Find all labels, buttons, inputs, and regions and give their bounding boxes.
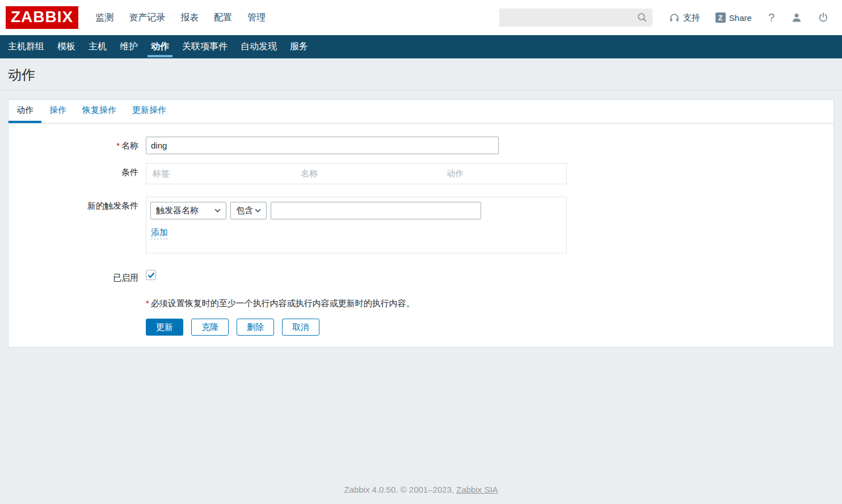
subnav-item-templates[interactable]: 模板 (57, 35, 75, 58)
app-root: ZABBIX 监测 资产记录 报表 配置 管理 支持 (0, 0, 842, 348)
condition-type-value: 触发器名称 (156, 205, 199, 216)
page-title: 动作 (8, 66, 842, 84)
tab-recovery-operations[interactable]: 恢复操作 (74, 100, 124, 123)
headset-icon (669, 12, 680, 23)
tab-action[interactable]: 动作 (9, 100, 41, 123)
zabbix-logo[interactable]: ZABBIX (6, 6, 78, 29)
conditions-table-header: 标签 名称 动作 (146, 164, 566, 184)
subnav-item-hosts[interactable]: 主机 (89, 35, 107, 58)
tab-update-operations[interactable]: 更新操作 (124, 100, 174, 123)
main-menu: 监测 资产记录 报表 配置 管理 (95, 12, 266, 24)
menu-item-reports[interactable]: 报表 (180, 12, 199, 24)
support-link[interactable]: 支持 (669, 12, 700, 23)
chevron-down-icon (255, 209, 261, 213)
condition-value-input[interactable] (271, 202, 481, 219)
delete-button[interactable]: 删除 (237, 319, 274, 336)
checkmark-icon (148, 272, 155, 278)
subnav-item-actions[interactable]: 动作 (151, 35, 169, 58)
condition-operator-select[interactable]: 包含 (230, 202, 267, 219)
conditions-label: 条件 (9, 163, 138, 178)
required-note: *必须设置恢复时的至少一个执行内容或执行内容或更新时的执行内容。 (146, 298, 415, 309)
header-right: 支持 Z Share ? (499, 9, 829, 27)
conditions-table: 标签 名称 动作 (146, 163, 567, 184)
subnav-item-maintenance[interactable]: 维护 (120, 35, 138, 58)
required-note-row: *必须设置恢复时的至少一个执行内容或执行内容或更新时的执行内容。 (9, 298, 833, 309)
clone-button[interactable]: 克隆 (191, 319, 229, 336)
conditions-row: 条件 标签 名称 动作 (9, 163, 833, 184)
subnav-item-event-correlation[interactable]: 关联项事件 (182, 35, 228, 58)
name-row: *名称 (9, 137, 833, 154)
enabled-row: 已启用 (9, 269, 833, 283)
action-form: *名称 条件 标签 名称 动作 新的触发条件 (9, 124, 833, 347)
new-condition-row: 新的触发条件 触发器名称 包含 添加 (9, 197, 833, 253)
help-link[interactable]: ? (767, 11, 776, 24)
name-label: *名称 (9, 137, 138, 151)
profile-link[interactable] (791, 12, 802, 23)
cancel-button[interactable]: 取消 (282, 319, 319, 336)
menu-item-monitoring[interactable]: 监测 (95, 12, 113, 24)
power-icon (818, 12, 829, 23)
footer-zabbix-sia-link[interactable]: Zabbix SIA (456, 485, 498, 494)
search-input[interactable] (499, 9, 652, 27)
menu-item-inventory[interactable]: 资产记录 (129, 12, 165, 24)
search-box (499, 9, 652, 27)
menu-item-administration[interactable]: 管理 (247, 12, 266, 24)
condition-type-select[interactable]: 触发器名称 (150, 202, 226, 219)
update-button[interactable]: 更新 (146, 319, 183, 336)
action-form-card: 动作 操作 恢复操作 更新操作 *名称 条件 标签 名称 动作 (8, 99, 834, 348)
header: ZABBIX 监测 资产记录 报表 配置 管理 支持 (0, 0, 842, 35)
condition-operator-value: 包含 (236, 205, 253, 216)
required-asterisk: * (116, 141, 120, 150)
tab-bar: 动作 操作 恢复操作 更新操作 (9, 100, 833, 124)
conditions-col-label: 标签 (146, 168, 294, 179)
page-title-strip: 动作 (0, 58, 842, 90)
subnav-item-services[interactable]: 服务 (290, 35, 308, 58)
logout-link[interactable] (818, 12, 829, 23)
support-label: 支持 (683, 12, 700, 23)
add-condition-link[interactable]: 添加 (151, 227, 168, 239)
chevron-down-icon (214, 209, 221, 213)
new-condition-controls: 触发器名称 包含 (150, 202, 562, 219)
tab-operations[interactable]: 操作 (41, 100, 74, 123)
footer-text: Zabbix 4.0.50. © 2001–2023, (344, 485, 456, 494)
footer: Zabbix 4.0.50. © 2001–2023, Zabbix SIA (0, 485, 842, 494)
form-buttons: 更新 克隆 删除 取消 (146, 319, 319, 336)
subnav-item-discovery[interactable]: 自动发现 (241, 35, 277, 58)
new-condition-label: 新的触发条件 (9, 197, 138, 211)
action-name-input[interactable] (146, 137, 499, 154)
subnav-item-host-groups[interactable]: 主机群组 (8, 35, 44, 58)
enabled-checkbox[interactable] (146, 270, 156, 280)
form-buttons-row: 更新 克隆 删除 取消 (9, 319, 833, 336)
menu-item-configuration[interactable]: 配置 (214, 12, 232, 24)
conditions-col-action: 动作 (440, 168, 464, 179)
user-icon (791, 12, 802, 23)
search-icon[interactable] (637, 12, 647, 23)
share-label: Share (729, 13, 752, 23)
config-subnav: 主机群组 模板 主机 维护 动作 关联项事件 自动发现 服务 (0, 35, 842, 58)
new-condition-box: 触发器名称 包含 添加 (146, 197, 567, 253)
enabled-label: 已启用 (9, 269, 138, 283)
z-share-icon: Z (715, 12, 726, 23)
share-link[interactable]: Z Share (715, 12, 752, 23)
conditions-col-name: 名称 (294, 168, 440, 179)
required-asterisk: * (146, 298, 149, 308)
